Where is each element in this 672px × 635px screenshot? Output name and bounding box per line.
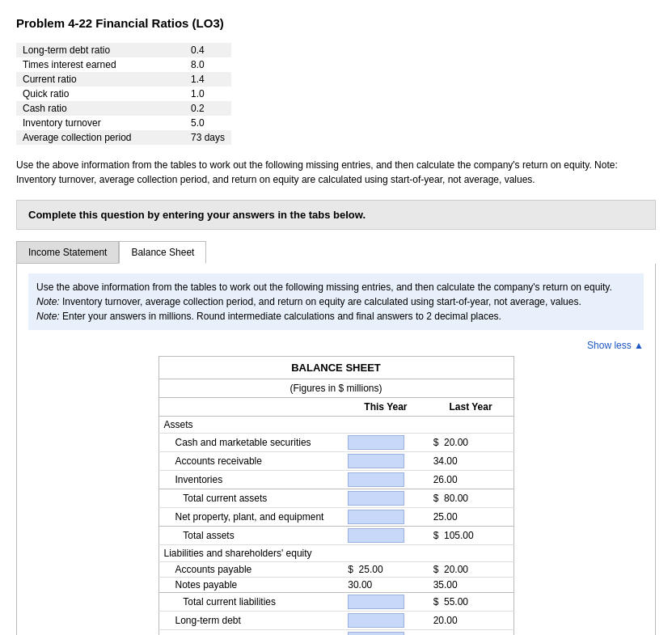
tab-balance[interactable]: Balance Sheet [119,241,206,264]
row-inv: Inventories 26.00 [158,471,514,489]
ap-label: Accounts payable [158,562,343,578]
ratio-label: Inventory turnover [16,116,178,130]
note-box: Use the above information from the table… [28,273,644,330]
ar-label: Accounts receivable [158,452,343,471]
assets-label: Assets [158,417,343,434]
ar-this-year [343,452,428,471]
se-last-year: 30.00 [429,630,514,636]
ratio-label: Long-term debt ratio [16,43,178,57]
section-assets: Assets [158,417,514,434]
ar-last-year: 34.00 [429,452,514,471]
ratio-value: 1.4 [178,72,231,87]
ap-this-year: $ 25.00 [343,562,428,578]
row-np: Notes payable 30.00 35.00 [158,578,514,593]
ratio-value: 0.2 [178,101,231,116]
ratio-value: 8.0 [178,57,231,72]
show-less-label: Show less ▲ [587,340,644,351]
ltd-last-year: 20.00 [429,612,514,630]
inv-this-year [343,471,428,489]
tca-input[interactable] [348,491,404,506]
row-ap: Accounts payable $ 25.00 $ 20.00 [158,562,514,578]
tcl-this-year [343,593,428,612]
complete-box: Complete this question by entering your … [16,200,656,230]
row-se: Shareholders' equity 30.00 [158,630,514,636]
ppe-label: Net property, plant, and equipment [158,508,343,527]
ratio-value: 1.0 [178,87,231,101]
inv-last-year: 26.00 [429,471,514,489]
ltd-this-year [343,612,428,630]
ratio-label: Quick ratio [16,87,178,101]
page-title: Problem 4-22 Financial Ratios (LO3) [16,16,656,30]
tca-this-year [343,489,428,508]
row-tcl: Total current liabilities $ 55.00 [158,593,514,612]
tca-label: Total current assets [158,489,343,508]
ratio-label: Current ratio [16,72,178,87]
ratio-label: Cash ratio [16,101,178,116]
ratio-value: 0.4 [178,43,231,57]
row-ar: Accounts receivable 34.00 [158,452,514,471]
ar-input[interactable] [348,454,404,468]
se-label: Shareholders' equity [158,630,343,636]
ratio-label: Times interest earned [16,57,178,72]
cash-input[interactable] [348,435,404,450]
ratio-value: 5.0 [178,116,231,130]
np-last-year: 35.00 [429,578,514,593]
np-this-year: 30.00 [343,578,428,593]
balance-sheet-container: BALANCE SHEET (Figures in $ millions) Th… [158,356,514,635]
ltd-label: Long-term debt [158,612,343,630]
tcl-input[interactable] [348,595,404,609]
tab-content: Use the above information from the table… [16,264,656,635]
ppe-last-year: 25.00 [429,508,514,527]
ta-this-year [343,527,428,545]
show-less-button[interactable]: Show less ▲ [28,340,644,351]
balance-sheet-table: This Year Last Year Assets Cash and mark… [158,397,514,635]
ppe-input[interactable] [348,510,404,524]
bs-subtitle: (Figures in $ millions) [158,379,514,397]
se-this-year [343,630,428,636]
row-ltd: Long-term debt 20.00 [158,612,514,630]
row-ppe: Net property, plant, and equipment 25.00 [158,508,514,527]
ap-last-year: $ 20.00 [429,562,514,578]
section-liabilities: Liabilities and shareholders' equity [158,545,514,562]
tca-last-year: $ 80.00 [429,489,514,508]
ta-label: Total assets [158,527,343,545]
ratios-table: Long-term debt ratio0.4Times interest ea… [16,43,231,145]
row-cash: Cash and marketable securities $ 20.00 [158,434,514,452]
col-this-header: This Year [343,398,428,417]
tcl-last-year: $ 55.00 [429,593,514,612]
col-last-header: Last Year [429,398,514,417]
inv-input[interactable] [348,472,404,487]
cash-label: Cash and marketable securities [158,434,343,452]
tab-income[interactable]: Income Statement [16,241,119,264]
col-label-header [158,398,343,417]
row-total-assets: Total assets $ 105.00 [158,527,514,545]
ta-last-year: $ 105.00 [429,527,514,545]
cash-last-year: $ 20.00 [429,434,514,452]
ratio-value: 73 days [178,130,231,145]
tabs-row: Income Statement Balance Sheet [16,241,656,264]
inv-label: Inventories [158,471,343,489]
ratio-label: Average collection period [16,130,178,145]
ltd-input[interactable] [348,613,404,628]
cash-this-year [343,434,428,452]
np-label: Notes payable [158,578,343,593]
liab-label: Liabilities and shareholders' equity [158,545,343,562]
ta-input[interactable] [348,528,404,543]
row-total-current-assets: Total current assets $ 80.00 [158,489,514,508]
tcl-label: Total current liabilities [158,593,343,612]
se-input[interactable] [348,632,404,635]
bs-title: BALANCE SHEET [158,356,514,379]
ppe-this-year [343,508,428,527]
instruction-text: Use the above information from the table… [16,158,656,187]
